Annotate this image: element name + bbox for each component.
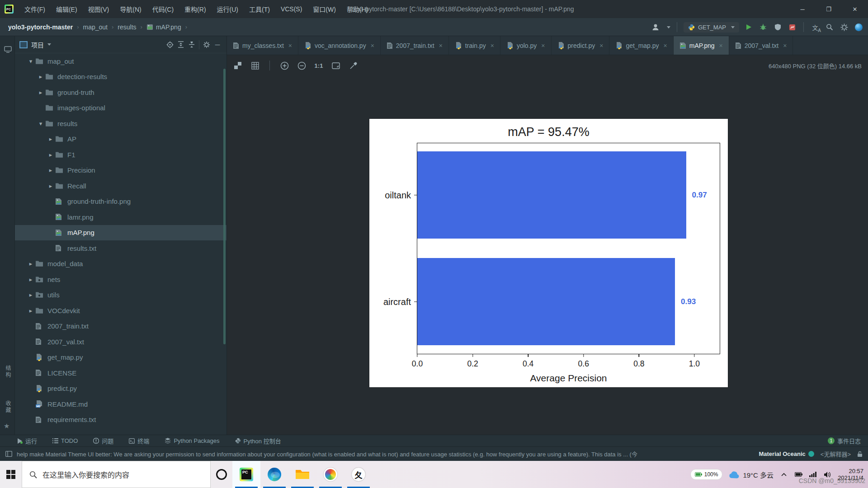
tree-item-F1[interactable]: ▸F1	[15, 147, 226, 163]
fit-to-window-icon[interactable]	[331, 61, 340, 70]
lock-icon[interactable]	[857, 451, 863, 457]
coverage-button[interactable]	[773, 22, 783, 32]
tree-item-detection-results[interactable]: ▸detection-results	[15, 69, 226, 85]
tab-voc_annotation.py[interactable]: voc_annotation.py×	[298, 36, 381, 55]
tab-close-icon[interactable]: ×	[664, 42, 667, 49]
tab-close-icon[interactable]: ×	[541, 42, 545, 49]
user-dropdown-icon[interactable]	[667, 26, 670, 28]
tree-item-get_map.py[interactable]: get_map.py	[15, 350, 226, 366]
tree-item-ground-truth[interactable]: ▸ground-truth	[15, 84, 226, 100]
chevron-right-icon[interactable]: ▸	[46, 151, 55, 158]
menu-导航(N)[interactable]: 导航(N)	[114, 0, 146, 18]
tree-item-results[interactable]: ▾results	[15, 116, 226, 131]
tree-item-LICENSE[interactable]: LICENSE	[15, 365, 226, 381]
chevron-right-icon[interactable]: ▸	[26, 260, 35, 267]
toolwindow-button-问题[interactable]: 问题	[93, 436, 113, 445]
run-button[interactable]	[744, 22, 754, 32]
chevron-right-icon[interactable]: ▸	[26, 307, 35, 314]
hide-panel-icon[interactable]: ─	[212, 39, 223, 50]
taskbar-app-explorer[interactable]	[288, 461, 316, 488]
chevron-down-icon[interactable]: ▾	[26, 58, 35, 65]
theme-indicator[interactable]: Material Oceanic	[759, 450, 814, 457]
tree-item-utils[interactable]: ▸utils	[15, 287, 226, 303]
taskbar-app-edge[interactable]	[260, 461, 288, 488]
tree-scrollbar[interactable]	[223, 69, 226, 344]
menu-重构(R)[interactable]: 重构(R)	[179, 0, 211, 18]
tree-item-VOCdevkit[interactable]: ▸VOCdevkit	[15, 303, 226, 319]
tab-2007_train.txt[interactable]: 2007_train.txt×	[381, 36, 449, 55]
chevron-right-icon[interactable]: ▸	[26, 291, 35, 298]
collapse-all-icon[interactable]	[186, 39, 197, 50]
theme-sphere-icon[interactable]	[854, 22, 863, 32]
tab-2007_val.txt[interactable]: 2007_val.txt×	[729, 36, 793, 55]
tree-item-results.txt[interactable]: results.txt	[15, 240, 226, 256]
favorites-toolwindow-button[interactable]: 收藏	[4, 400, 12, 414]
tree-item-AP[interactable]: ▸AP	[15, 131, 226, 147]
chevron-right-icon[interactable]: ▸	[46, 167, 55, 174]
tray-battery-icon[interactable]	[794, 470, 802, 479]
tab-close-icon[interactable]: ×	[719, 42, 723, 49]
menu-运行(U)[interactable]: 运行(U)	[212, 0, 244, 18]
zoom-in-icon[interactable]	[280, 61, 289, 70]
network-icon[interactable]	[809, 470, 817, 479]
transparency-checkerboard-icon[interactable]	[233, 61, 242, 70]
tree-item-map_out[interactable]: ▾map_out	[15, 53, 226, 69]
tab-predict.py[interactable]: predict.py×	[552, 36, 610, 55]
chevron-right-icon[interactable]: ▸	[46, 136, 55, 142]
event-log-button[interactable]: 1 事件日志	[828, 436, 861, 445]
tree-item-ground-truth-info.png[interactable]: ground-truth-info.png	[15, 194, 226, 210]
toolwindow-button-Python 控制台[interactable]: Python 控制台	[235, 436, 281, 445]
tree-item-Precision[interactable]: ▸Precision	[15, 163, 226, 178]
taskbar-app-game[interactable]: 夂	[344, 461, 373, 488]
tab-close-icon[interactable]: ×	[491, 42, 494, 49]
tab-yolo.py[interactable]: yolo.py×	[500, 36, 552, 55]
project-view-dropdown-icon[interactable]	[47, 43, 51, 46]
tree-item-README.md[interactable]: MDREADME.md	[15, 396, 226, 412]
chevron-right-icon[interactable]: ▸	[36, 73, 45, 80]
menu-工具(T)[interactable]: 工具(T)	[244, 0, 275, 18]
maximize-button[interactable]: ❐	[816, 0, 842, 18]
tab-mAP.png[interactable]: mAP.png×	[674, 36, 729, 55]
menu-窗口(W)[interactable]: 窗口(W)	[307, 0, 341, 18]
taskbar-search-input[interactable]: 在这里输入你要搜索的内容	[22, 461, 211, 488]
search-everywhere-icon[interactable]	[825, 22, 835, 32]
toolwindow-button-终端[interactable]: 终端	[129, 436, 149, 445]
tab-train.py[interactable]: train.py×	[449, 36, 500, 55]
tree-item-images-optional[interactable]: images-optional	[15, 100, 226, 116]
menu-编辑(E)[interactable]: 编辑(E)	[51, 0, 83, 18]
show-hidden-icons-chevron[interactable]	[780, 470, 788, 479]
breadcrumb-item[interactable]: results	[118, 23, 136, 31]
tab-close-icon[interactable]: ×	[288, 42, 292, 49]
panel-settings-gear-icon[interactable]	[201, 39, 212, 50]
toolwindow-button-运行[interactable]: 运行	[17, 436, 37, 445]
tab-close-icon[interactable]: ×	[783, 42, 787, 49]
chevron-right-icon[interactable]: ▸	[26, 276, 35, 283]
breadcrumb-item[interactable]: yolo3-pytorch-master	[8, 23, 73, 31]
actual-size-icon[interactable]: 1:1	[314, 61, 323, 70]
chevron-right-icon[interactable]: ▸	[46, 183, 55, 189]
settings-gear-icon[interactable]	[839, 22, 849, 32]
taskbar-app-pinwheel[interactable]	[316, 461, 344, 488]
tab-close-icon[interactable]: ×	[599, 42, 603, 49]
tab-close-icon[interactable]: ×	[439, 42, 443, 49]
tree-item-nets[interactable]: ▸nets	[15, 272, 226, 287]
user-account-icon[interactable]	[651, 22, 660, 32]
project-panel-title[interactable]: 项目	[31, 40, 44, 49]
taskbar-app-pycharm[interactable]: PC	[232, 461, 260, 488]
tree-item-requirements.txt[interactable]: requirements.txt	[15, 412, 226, 428]
structure-toolwindow-button[interactable]: 结构	[4, 365, 12, 379]
menu-代码(C)[interactable]: 代码(C)	[147, 0, 179, 18]
toolwindow-button-Python Packages[interactable]: Python Packages	[165, 437, 219, 444]
tab-close-icon[interactable]: ×	[371, 42, 374, 49]
tree-item-lamr.png[interactable]: lamr.png	[15, 209, 226, 225]
taskbar-clock[interactable]: 20:57 2021/11/4	[838, 468, 863, 481]
translate-icon[interactable]: 文A	[810, 22, 820, 32]
zoom-out-icon[interactable]	[297, 61, 306, 70]
menu-视图(V)[interactable]: 视图(V)	[83, 0, 115, 18]
locate-file-icon[interactable]	[165, 39, 175, 50]
toolwindow-button-TODO[interactable]: TODO	[52, 437, 78, 444]
tree-item-mAP.png[interactable]: mAP.png	[15, 225, 226, 241]
weather-widget[interactable]: 19°C 多云	[729, 470, 774, 479]
volume-icon[interactable]	[823, 470, 831, 479]
tree-item-Recall[interactable]: ▸Recall	[15, 178, 226, 194]
